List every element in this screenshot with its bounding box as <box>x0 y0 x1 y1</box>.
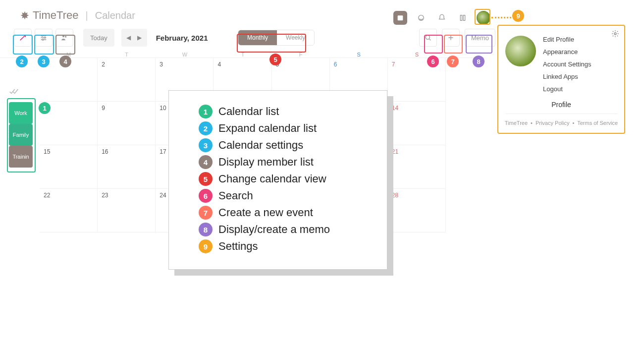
calendar-list-sidebar: WorkFamilyTrainin <box>9 88 33 168</box>
svg-point-7 <box>42 39 44 41</box>
weekday-label: T <box>214 52 271 58</box>
legend-row: 6Search <box>199 189 374 203</box>
calendar-chip[interactable]: Trainin <box>9 146 33 168</box>
legend-text: Calendar list <box>218 105 279 118</box>
calendar-settings-button[interactable] <box>35 29 53 47</box>
legend-text: Display/create a memo <box>218 223 330 236</box>
legend-badge: 5 <box>199 172 213 186</box>
badge-8: 8 <box>473 56 484 67</box>
weekday-label: S <box>330 52 388 58</box>
profile-avatar <box>505 36 536 66</box>
brand-section: Calendar <box>95 10 135 21</box>
legend-row: 9Settings <box>199 239 374 253</box>
popover-title: Profile <box>505 97 617 114</box>
legend-row: 7Create a new event <box>199 206 374 220</box>
legend-text: Settings <box>218 240 258 253</box>
avatar[interactable] <box>477 11 490 25</box>
today-button[interactable]: Today <box>83 29 114 47</box>
brand-separator: | <box>86 10 88 21</box>
view-weekly-tab[interactable]: Weekly <box>277 30 314 45</box>
calendar-chip[interactable]: Family <box>9 124 33 146</box>
badge-3: 3 <box>38 56 50 67</box>
svg-point-8 <box>62 35 64 37</box>
legend-badge: 6 <box>199 189 213 203</box>
date-cell[interactable]: 23 <box>98 189 156 232</box>
popover-item[interactable]: Appearance <box>543 48 591 56</box>
popover-item[interactable]: Logout <box>543 85 591 93</box>
footer-link[interactable]: TimeTree <box>505 120 528 126</box>
popover-item[interactable]: Linked Apps <box>543 73 591 80</box>
weekday-label: W <box>156 52 214 58</box>
legend-badge: 7 <box>199 206 213 220</box>
brand-logo[interactable]: TimeTree <box>20 9 79 22</box>
legend-text: Change calendar view <box>218 173 326 185</box>
legend-row: 3Calendar settings <box>199 138 374 152</box>
svg-point-5 <box>42 35 43 37</box>
legend-row: 1Calendar list <box>199 105 374 118</box>
weekday-header: MTWTFSS <box>0 50 485 58</box>
create-event-button[interactable] <box>442 29 460 47</box>
badge-6: 6 <box>427 56 439 67</box>
prev-month-button[interactable]: ◀ <box>124 34 133 41</box>
next-month-button[interactable]: ▶ <box>135 34 144 41</box>
legend-row: 8Display/create a memo <box>199 223 374 236</box>
legend-badge: 9 <box>199 239 213 253</box>
date-cell[interactable]: 16 <box>98 145 156 189</box>
popover-footer: TimeTree•Privacy Policy•Terms of Service <box>498 114 624 128</box>
svg-point-9 <box>65 36 66 37</box>
member-list-button[interactable] <box>55 29 73 47</box>
legend-row: 2Expand calendar list <box>199 121 374 135</box>
svg-rect-4 <box>463 15 465 21</box>
date-cell[interactable]: 14 <box>388 102 446 145</box>
popover-item[interactable]: Edit Profile <box>543 36 591 43</box>
settings-popover: Edit ProfileAppearanceAccount SettingsLi… <box>497 25 625 134</box>
current-month-label: February, 2021 <box>156 34 208 42</box>
date-cell[interactable]: 9 <box>98 102 156 145</box>
brand-bar: TimeTree | Calendar <box>0 0 644 26</box>
calendar-app-icon[interactable] <box>393 11 407 25</box>
legend-badge: 8 <box>199 223 213 236</box>
brand-name: TimeTree <box>33 9 79 22</box>
legend-text: Expand calendar list <box>218 122 317 135</box>
legend-row: 4Display member list <box>199 155 374 169</box>
badge-9: 9 <box>512 10 524 22</box>
legend-badge: 3 <box>199 138 213 152</box>
search-button[interactable] <box>419 29 437 47</box>
legend-text: Create a new event <box>218 206 313 219</box>
legend-row: 5Change calendar view <box>199 172 374 186</box>
badge-1: 1 <box>39 102 51 114</box>
badge-5: 5 <box>269 54 281 65</box>
bell-icon[interactable] <box>435 11 449 25</box>
footer-link[interactable]: Privacy Policy <box>536 120 569 126</box>
svg-point-6 <box>44 37 46 39</box>
weekday-label: S <box>388 52 446 58</box>
date-cell[interactable]: 22 <box>40 189 98 232</box>
badge-4: 4 <box>59 56 71 67</box>
date-cell[interactable]: 2 <box>98 58 156 102</box>
gear-icon[interactable] <box>611 30 619 40</box>
expand-calendar-list-button[interactable] <box>14 29 32 47</box>
support-icon[interactable] <box>414 11 428 25</box>
memo-button[interactable]: Memo <box>465 29 495 47</box>
svg-point-11 <box>614 33 616 35</box>
date-cell[interactable]: 21 <box>388 145 446 189</box>
legend-badge: 1 <box>199 105 213 118</box>
svg-point-10 <box>426 35 429 39</box>
check-all-icon[interactable] <box>9 88 33 97</box>
date-cell[interactable]: 28 <box>388 189 446 232</box>
calendar-chip[interactable]: Work <box>9 102 33 124</box>
legend-text: Display member list <box>218 156 314 169</box>
legend-text: Calendar settings <box>218 139 303 152</box>
popover-item[interactable]: Account Settings <box>543 60 591 68</box>
legend-panel: 1Calendar list2Expand calendar list3Cale… <box>168 90 387 270</box>
badge-2: 2 <box>16 56 28 67</box>
footer-link[interactable]: Terms of Service <box>577 120 618 126</box>
month-nav: ◀ ▶ <box>121 29 147 47</box>
view-toggle: Monthly Weekly <box>238 30 315 46</box>
weekday-label: T <box>98 52 156 58</box>
apps-icon[interactable] <box>456 11 470 25</box>
date-cell[interactable]: 15 <box>40 145 98 189</box>
legend-badge: 4 <box>199 155 213 169</box>
legend-text: Search <box>218 189 253 202</box>
view-monthly-tab[interactable]: Monthly <box>238 30 277 45</box>
